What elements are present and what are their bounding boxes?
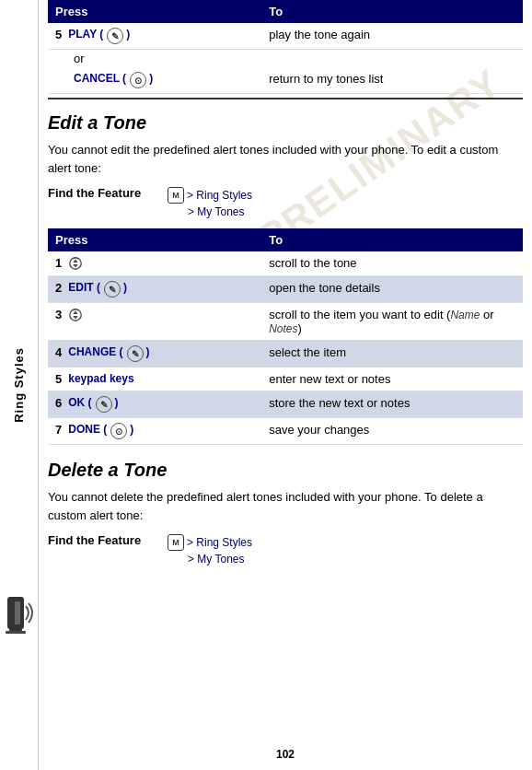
menu-icon-edit: M: [168, 187, 184, 204]
edit-row2-to: open the tone details: [261, 276, 523, 303]
menu-icon-delete: M: [168, 534, 184, 551]
top-table-header-press: Press: [48, 0, 261, 23]
edit-row6-to: store the new text or notes: [261, 391, 523, 418]
path-text-1-delete: > Ring Styles: [187, 536, 252, 549]
table-row: 3 scroll to the item you want to edit (N…: [48, 303, 523, 341]
sidebar: Ring Styles: [0, 0, 39, 770]
delete-section-title: Delete a Tone: [48, 460, 523, 481]
find-feature-label-edit: Find the Feature: [48, 186, 168, 200]
path-line-2-delete: > My Tones: [188, 553, 252, 566]
section-divider: [48, 98, 523, 99]
svg-marker-7: [74, 311, 78, 315]
change-key: CHANGE (: [68, 345, 122, 358]
scroll-icon-3: [68, 308, 83, 322]
path-text-1-edit: > Ring Styles: [187, 189, 252, 202]
svg-rect-2: [6, 631, 26, 634]
page-wrapper: Ring Styles PRELIMINARY Press: [0, 0, 532, 770]
svg-marker-8: [74, 316, 78, 320]
table-cell-press: 5 PLAY (✎): [48, 23, 261, 50]
cancel-press: CANCEL (⊙): [48, 67, 261, 94]
delete-section-body: You cannot delete the predefined alert t…: [48, 488, 523, 524]
path-line-2-edit: > My Tones: [188, 205, 252, 218]
change-icon: ✎: [127, 345, 144, 362]
find-feature-label-delete: Find the Feature: [48, 533, 168, 547]
cancel-key: CANCEL (: [74, 72, 126, 85]
edit-icon: ✎: [104, 281, 121, 298]
top-table: Press To 5 PLAY (✎) play the tone again: [48, 0, 523, 94]
page-number: 102: [276, 748, 295, 761]
row-num-1: 1: [55, 256, 65, 270]
path-line-1-delete: M > Ring Styles: [168, 534, 252, 551]
scroll-icon-1: [68, 256, 83, 271]
done-close: ): [130, 423, 133, 436]
cancel-close: ): [149, 72, 153, 85]
main-content: PRELIMINARY Press To 5 PLAY (✎) pla: [39, 0, 532, 770]
top-table-header-to: To: [261, 0, 523, 23]
find-feature-path-delete: M > Ring Styles > My Tones: [168, 533, 252, 566]
edit-row2-press: 2 EDIT (✎): [48, 276, 261, 303]
keypad-key: keypad keys: [68, 372, 133, 385]
row-num-4: 4: [55, 345, 65, 359]
edit-table-header-to: To: [261, 228, 523, 251]
edit-close: ): [123, 281, 127, 294]
or-cell: or: [48, 50, 261, 68]
find-feature-path-edit: M > Ring Styles > My Tones: [168, 186, 252, 219]
table-row: 5 keypad keys enter new text or notes: [48, 368, 523, 391]
path-text-2-delete: > My Tones: [188, 553, 244, 566]
ok-icon: ✎: [96, 396, 112, 413]
edit-table: Press To 1: [48, 228, 523, 445]
table-row: 5 PLAY (✎) play the tone again: [48, 23, 523, 50]
edit-row1-press: 1: [48, 251, 261, 276]
svg-rect-1: [9, 627, 22, 631]
play-close: ): [126, 28, 130, 41]
or-cell-empty: [261, 50, 523, 68]
svg-marker-5: [74, 264, 78, 268]
row-num-3: 3: [55, 308, 65, 321]
change-close: ): [146, 345, 150, 358]
edit-row1-to: scroll to the tone: [261, 251, 523, 276]
play-icon: ✎: [107, 28, 123, 44]
edit-key: EDIT (: [68, 281, 100, 294]
find-feature-edit: Find the Feature M > Ring Styles > My To…: [48, 186, 523, 219]
cancel-to: return to my tones list: [261, 67, 523, 94]
edit-row7-to: save your changes: [261, 418, 523, 445]
table-row: 7 DONE (⊙) save your changes: [48, 418, 523, 445]
edit-section-body: You cannot edit the predefined alert ton…: [48, 141, 523, 177]
or-row: or: [48, 50, 523, 68]
table-row: 2 EDIT (✎) open the tone details: [48, 276, 523, 303]
row-num-2: 2: [55, 281, 65, 295]
sidebar-label: Ring Styles: [12, 347, 26, 423]
table-row: 4 CHANGE (✎) select the item: [48, 341, 523, 368]
path-line-1-edit: M > Ring Styles: [168, 187, 252, 204]
find-feature-delete: Find the Feature M > Ring Styles > My To…: [48, 533, 523, 566]
edit-table-header-press: Press: [48, 228, 261, 251]
edit-row4-to: select the item: [261, 341, 523, 368]
row-number: 5: [55, 28, 65, 41]
svg-marker-4: [74, 260, 78, 263]
edit-row3-press: 3: [48, 303, 261, 341]
table-row-cancel: CANCEL (⊙) return to my tones list: [48, 67, 523, 94]
play-key: PLAY (: [68, 28, 103, 41]
table-row: 1 scroll to the tone: [48, 251, 523, 276]
row-num-5: 5: [55, 372, 65, 386]
edit-section-title: Edit a Tone: [48, 112, 523, 134]
speaker-icon: [2, 583, 35, 650]
edit-row6-press: 6 OK (✎): [48, 391, 261, 418]
ok-close: ): [115, 396, 119, 409]
done-icon: ⊙: [110, 423, 127, 439]
edit-row7-press: 7 DONE (⊙): [48, 418, 261, 445]
table-row: 6 OK (✎) store the new text or notes: [48, 391, 523, 418]
cancel-icon: ⊙: [130, 72, 146, 88]
edit-row5-press: 5 keypad keys: [48, 368, 261, 391]
done-key: DONE (: [68, 423, 107, 436]
table-cell-to: play the tone again: [261, 23, 523, 50]
ok-key: OK (: [68, 396, 91, 409]
path-text-2-edit: > My Tones: [188, 205, 244, 218]
edit-row4-press: 4 CHANGE (✎): [48, 341, 261, 368]
edit-row5-to: enter new text or notes: [261, 368, 523, 391]
row-num-6: 6: [55, 396, 65, 410]
row-num-7: 7: [55, 423, 65, 437]
edit-row3-to: scroll to the item you want to edit (Nam…: [261, 303, 523, 341]
